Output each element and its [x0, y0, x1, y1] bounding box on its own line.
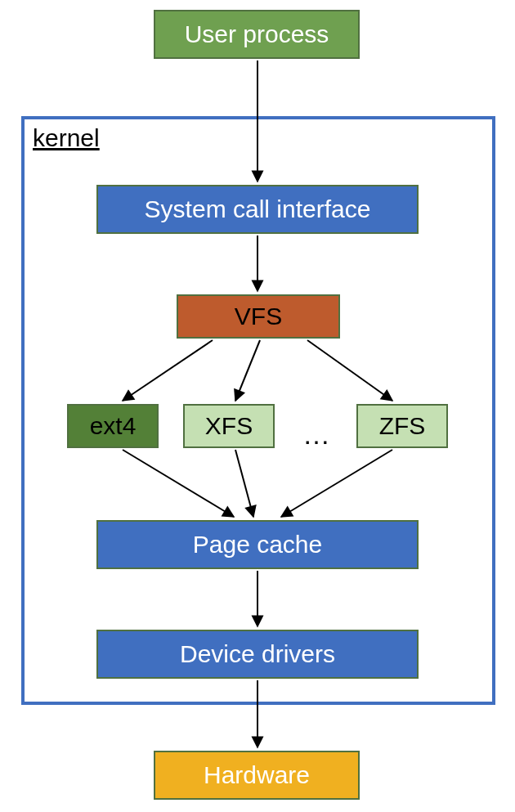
hardware-label: Hardware — [204, 761, 310, 789]
page-cache-label: Page cache — [193, 531, 322, 559]
syscall-label: System call interface — [145, 195, 371, 223]
ext4-label: ext4 — [90, 412, 137, 440]
kernel-label: kernel — [33, 124, 100, 152]
xfs-box: XFS — [183, 404, 275, 448]
ext4-box: ext4 — [67, 404, 159, 448]
device-drivers-box: Device drivers — [96, 630, 419, 679]
page-cache-box: Page cache — [96, 520, 419, 569]
vfs-box: VFS — [177, 294, 340, 339]
dots: … — [302, 419, 330, 451]
user-process-box: User process — [154, 10, 360, 59]
xfs-label: XFS — [205, 412, 253, 440]
diagram-stage: kernel User process System call interfac… — [0, 0, 515, 812]
zfs-box: ZFS — [356, 404, 448, 448]
hardware-box: Hardware — [154, 751, 360, 800]
zfs-label: ZFS — [379, 412, 426, 440]
syscall-box: System call interface — [96, 185, 419, 234]
device-drivers-label: Device drivers — [180, 640, 335, 668]
vfs-label: VFS — [235, 303, 282, 330]
user-process-label: User process — [185, 20, 329, 48]
